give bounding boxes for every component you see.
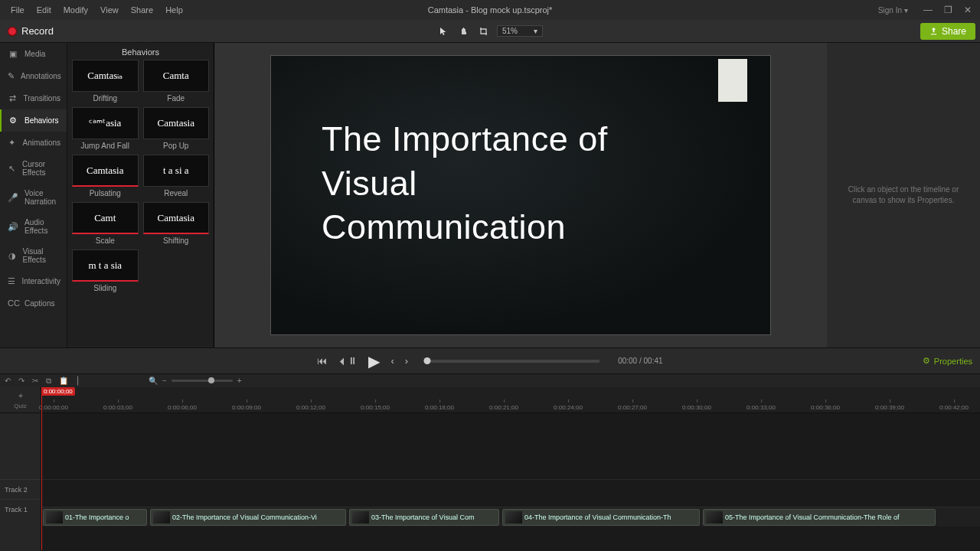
jump-start-button[interactable]: ⏮ xyxy=(317,355,327,367)
scrubber-handle[interactable] xyxy=(423,357,430,364)
track-area[interactable]: 01-The Importance o 02-The Importance of… xyxy=(41,413,980,551)
behavior-preview: Camtasia xyxy=(72,155,139,187)
clip-03[interactable]: 03-The Importance of Visual Com xyxy=(349,509,499,526)
behavior-sliding[interactable]: m t a siaSliding xyxy=(72,249,139,292)
timeline-zoom-slider[interactable] xyxy=(172,380,233,382)
nav-cursor-effects[interactable]: ↖Cursor Effects xyxy=(0,154,67,183)
nav-label-animations: Animations xyxy=(23,139,60,147)
cut-button[interactable]: ✂ xyxy=(32,377,38,385)
track-label-1[interactable]: Track 1 xyxy=(0,499,41,519)
menu-share[interactable]: Share xyxy=(125,2,159,18)
zoom-fit-icon[interactable]: 🔍 xyxy=(149,377,158,385)
captions-icon: CC xyxy=(8,298,18,308)
zoom-out-button[interactable]: − xyxy=(162,377,167,385)
behaviors-icon: ⚙ xyxy=(8,116,18,126)
behavior-label: Pulsating xyxy=(72,189,139,197)
track-1[interactable]: 01-The Importance o 02-The Importance of… xyxy=(41,507,980,527)
restore-button[interactable]: ❐ xyxy=(940,5,956,15)
nav-media[interactable]: ▣Media xyxy=(0,43,67,65)
close-button[interactable]: ✕ xyxy=(960,5,975,15)
signin-button[interactable]: Sign In ▾ xyxy=(878,6,908,15)
step-forward-button[interactable]: › xyxy=(405,355,408,367)
nav-animations[interactable]: ✦Animations xyxy=(0,132,67,154)
nav-label-visual: Visual Effects xyxy=(23,247,61,264)
menu-view[interactable]: View xyxy=(94,2,125,18)
nav-label-cursor: Cursor Effects xyxy=(22,160,60,177)
canvas-zoom-select[interactable]: 51% ▾ xyxy=(497,25,543,37)
canvas[interactable]: The Importance of Visual Communication xyxy=(270,55,771,335)
redo-button[interactable]: ↷ xyxy=(18,377,24,385)
behavior-shifting[interactable]: CamtasiaShifting xyxy=(143,202,210,245)
behavior-pop-up[interactable]: CamtasiaPop Up xyxy=(143,107,210,150)
behavior-fade[interactable]: CamtaFade xyxy=(143,60,210,103)
nav-transitions[interactable]: ⇄Transitions xyxy=(0,87,67,109)
playhead-line[interactable] xyxy=(41,387,42,550)
undo-button[interactable]: ↶ xyxy=(5,377,11,385)
quiz-label: Quiz xyxy=(14,403,26,409)
behavior-label: Scale xyxy=(72,236,139,245)
nav-visual-effects[interactable]: ◑Visual Effects xyxy=(0,241,67,270)
behavior-preview: t a si a xyxy=(143,155,210,187)
clip-05[interactable]: 05-The Importance of Visual Communicatio… xyxy=(703,509,936,526)
behavior-scale[interactable]: CamtScale xyxy=(72,202,139,245)
nav-voice-narration[interactable]: 🎤Voice Narration xyxy=(0,183,67,212)
behavior-jump-and-fall[interactable]: ᶜᵃᵐᵗasiaJump And Fall xyxy=(72,107,139,150)
behavior-label: Reveal xyxy=(143,189,210,197)
minimize-button[interactable]: — xyxy=(920,5,936,15)
paste-button[interactable]: 📋 xyxy=(59,377,68,385)
clip-thumb-icon xyxy=(505,511,522,523)
menu-edit[interactable]: Edit xyxy=(31,2,57,18)
track-2[interactable] xyxy=(41,479,980,499)
clip-01[interactable]: 01-The Importance o xyxy=(43,509,147,526)
timeline-ruler[interactable]: 0:00:00;00 0:00:00;00 0:00:03;00 0:00:06… xyxy=(41,387,980,412)
canvas-object-box[interactable] xyxy=(718,59,747,102)
play-button[interactable]: ▶ xyxy=(368,352,380,370)
ruler-tick: 0:00:24;00 xyxy=(554,404,583,411)
ruler-tick: 0:00:36;00 xyxy=(811,404,840,411)
prev-clip-button[interactable]: ⏴⏸ xyxy=(338,355,358,367)
behavior-label: Pop Up xyxy=(143,142,210,150)
menu-modify[interactable]: Modify xyxy=(57,2,94,18)
nav-label-annotations: Annotations xyxy=(21,72,61,80)
menu-help[interactable]: Help xyxy=(159,2,189,18)
add-track-button[interactable]: ＋ xyxy=(17,390,24,401)
split-button[interactable]: ⎮ xyxy=(76,377,80,385)
properties-toggle[interactable]: ⚙ Properties xyxy=(923,356,972,366)
interactivity-icon: ☰ xyxy=(8,276,15,286)
behavior-pulsating[interactable]: CamtasiaPulsating xyxy=(72,155,139,197)
crop-tool[interactable] xyxy=(477,24,491,38)
canvas-title-text[interactable]: The Importance of Visual Communication xyxy=(322,117,608,249)
nav-interactivity[interactable]: ☰Interactivity xyxy=(0,270,67,292)
transitions-icon: ⇄ xyxy=(8,93,17,103)
track-label-2[interactable]: Track 2 xyxy=(0,479,41,499)
zoom-in-button[interactable]: + xyxy=(237,377,242,385)
clip-04[interactable]: 04-The Importance of Visual Communicatio… xyxy=(502,509,700,526)
nav-behaviors[interactable]: ⚙Behaviors xyxy=(0,109,67,132)
nav-annotations[interactable]: ✎Annotations xyxy=(0,65,67,87)
nav-captions[interactable]: CCCaptions xyxy=(0,292,67,314)
canvas-area[interactable]: The Importance of Visual Communication xyxy=(214,43,827,347)
record-button[interactable]: Record xyxy=(0,25,61,37)
behavior-preview: ᶜᵃᵐᵗasia xyxy=(72,107,139,139)
copy-button[interactable]: ⧉ xyxy=(46,377,51,386)
step-back-button[interactable]: ‹ xyxy=(390,355,394,367)
nav-label-audio: Audio Effects xyxy=(24,218,60,235)
behavior-drifting[interactable]: CamtasᵢₐDrifting xyxy=(72,60,139,103)
gear-icon: ⚙ xyxy=(923,356,930,366)
ruler-tick: 0:00:39;00 xyxy=(875,404,904,411)
playhead-time[interactable]: 0:00:00;00 xyxy=(41,387,75,396)
clip-thumb-icon xyxy=(706,511,723,523)
chevron-down-icon: ▾ xyxy=(904,6,908,15)
hand-tool[interactable] xyxy=(457,24,471,38)
share-button[interactable]: Share xyxy=(920,23,975,40)
nav-audio-effects[interactable]: 🔊Audio Effects xyxy=(0,212,67,241)
slider-handle[interactable] xyxy=(208,377,214,383)
clip-02[interactable]: 02-The Importance of Visual Communicatio… xyxy=(150,509,346,526)
menu-file[interactable]: File xyxy=(5,2,31,18)
ruler-tick: 0:00:33;00 xyxy=(746,404,776,411)
behavior-reveal[interactable]: t a si aReveal xyxy=(143,155,210,197)
ruler-tick: 0:00:03;00 xyxy=(103,404,132,411)
clip-thumb-icon xyxy=(46,511,63,523)
playback-scrubber[interactable] xyxy=(423,360,599,363)
select-tool[interactable] xyxy=(437,24,451,38)
